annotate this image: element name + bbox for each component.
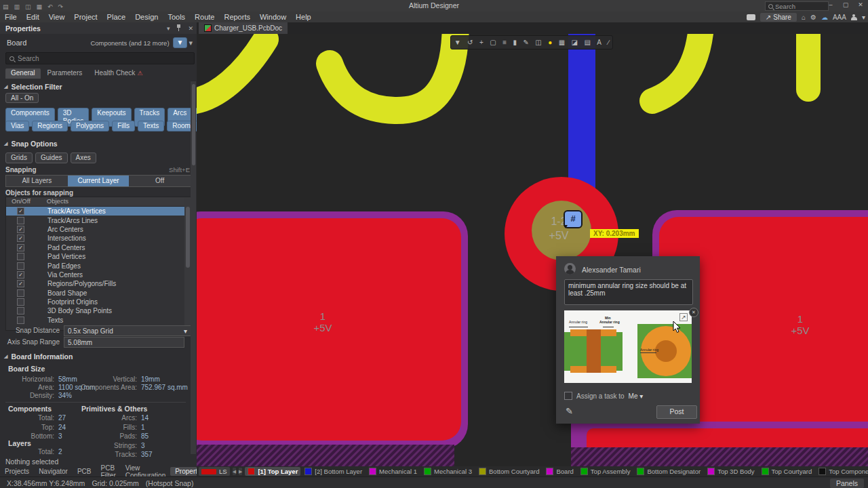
pcb-canvas[interactable]: 1+5V 1+5V 1-2+5V # XY: 0.203mm ▼↺+▢≡▮✎◫●… xyxy=(197,34,868,466)
selection-filter-button[interactable]: Fills xyxy=(112,121,135,131)
menu-item[interactable]: Design xyxy=(130,13,163,21)
panel-tab[interactable]: Health Check⚠ xyxy=(89,68,148,79)
snap-distance-select[interactable]: 0.5x Snap Grid▾ xyxy=(64,325,191,336)
snap-object-row[interactable]: Arc Centers xyxy=(6,225,191,234)
snap-toggle-button[interactable]: Axes xyxy=(71,152,96,163)
layer-scroll-right[interactable]: ▶ xyxy=(239,468,242,475)
close-button[interactable]: ✕ xyxy=(853,0,868,9)
row-checkbox[interactable] xyxy=(17,217,24,224)
maximize-button[interactable]: ▢ xyxy=(838,0,853,9)
panel-dropdown-icon[interactable]: ▾ xyxy=(163,25,174,32)
snap-toggle-button[interactable]: Grids xyxy=(5,152,33,163)
snapshot-icon[interactable]: ▦ xyxy=(559,39,565,46)
line-icon[interactable]: ∕ xyxy=(608,39,609,46)
document-tab[interactable]: Charger_USB.PcbDoc xyxy=(199,22,288,34)
yellow-trace-right-hook[interactable] xyxy=(652,34,701,101)
expand-image-icon[interactable]: ↗ xyxy=(679,313,688,321)
highlight-icon[interactable]: ● xyxy=(548,39,552,46)
home-icon[interactable]: ⌂ xyxy=(802,14,806,21)
select-area-icon[interactable]: ▢ xyxy=(490,39,496,46)
snap-object-row[interactable]: Footprint Origins xyxy=(6,298,191,306)
snap-object-row[interactable]: Texts xyxy=(6,316,191,325)
remove-attachment-icon[interactable]: ✕ xyxy=(689,308,698,317)
layer-tab[interactable]: Mechanical 3 xyxy=(421,467,475,476)
comment-text-input[interactable]: minimum annular ring size should be at l… xyxy=(564,279,693,305)
hatched-region-right[interactable] xyxy=(571,447,868,466)
snap-object-row[interactable]: 3D Body Snap Points xyxy=(6,306,191,315)
menu-item[interactable]: Reports xyxy=(219,13,255,21)
snap-object-row[interactable]: Regions/Polygons/Fills xyxy=(6,279,191,288)
snap-toggle-button[interactable]: Guides xyxy=(35,152,68,163)
board-information-header[interactable]: ◢Board Information xyxy=(4,352,73,361)
row-checkbox[interactable] xyxy=(17,317,24,324)
menu-item[interactable]: Tools xyxy=(163,13,190,21)
layer-tab[interactable]: [2] Bottom Layer xyxy=(302,467,365,476)
menu-item[interactable]: Route xyxy=(190,13,219,21)
panel-search-input[interactable]: Search xyxy=(5,52,195,64)
snap-object-row[interactable]: Track/Arcs Lines xyxy=(6,216,191,224)
row-checkbox[interactable] xyxy=(17,289,24,297)
select-touching-icon[interactable]: ◪ xyxy=(572,39,578,46)
filter-dropdown-icon[interactable]: ▾ xyxy=(189,39,197,47)
text-size-control[interactable]: AAA xyxy=(833,14,846,21)
layer-tab[interactable]: Top Courtyard xyxy=(759,467,815,476)
layer-tab[interactable]: Top Component Center xyxy=(816,467,868,476)
yellow-trace-left[interactable] xyxy=(197,39,266,102)
object-filter-button[interactable]: ▼ xyxy=(173,37,188,48)
row-checkbox[interactable] xyxy=(17,235,24,242)
measure-icon[interactable]: ✎ xyxy=(523,39,528,46)
snapping-mode-option[interactable]: Current Layer xyxy=(68,176,130,186)
yellow-trace-middle[interactable] xyxy=(330,34,456,110)
filter-icon[interactable]: ▼ xyxy=(454,39,461,46)
settings-gear-icon[interactable]: ⚙ xyxy=(810,14,816,21)
minimize-button[interactable]: – xyxy=(823,0,838,9)
grid-icon[interactable]: ▤ xyxy=(584,39,590,46)
user-dropdown-icon[interactable]: ▾ xyxy=(862,14,865,21)
menu-item[interactable]: Window xyxy=(255,13,291,21)
menu-item[interactable]: Edit xyxy=(22,13,44,21)
snap-object-row[interactable]: Pad Vertices xyxy=(6,252,191,261)
layer-tab[interactable]: Bottom Courtyard xyxy=(476,467,542,476)
menu-item[interactable]: Help xyxy=(291,13,316,21)
panel-pin-icon[interactable] xyxy=(173,24,184,33)
assign-task-checkbox[interactable] xyxy=(564,392,572,400)
comment-marker-icon[interactable]: # xyxy=(564,210,583,228)
layer-tab[interactable]: Mechanical 1 xyxy=(366,467,420,476)
panel-tab[interactable]: General xyxy=(5,68,41,79)
comments-icon[interactable] xyxy=(747,14,755,20)
fill-icon[interactable]: ▮ xyxy=(513,39,517,46)
menu-item[interactable]: File xyxy=(0,13,22,21)
text-icon[interactable]: A xyxy=(597,39,601,46)
snapping-mode-option[interactable]: All Layers xyxy=(6,176,68,186)
layer-scroll-left[interactable]: ◀ xyxy=(233,468,236,475)
menu-item[interactable]: Project xyxy=(69,13,102,21)
snap-object-row[interactable]: Pad Centers xyxy=(6,243,191,252)
snap-object-row[interactable]: Via Centers xyxy=(6,270,191,279)
row-checkbox[interactable] xyxy=(17,280,24,287)
user-account-icon[interactable] xyxy=(851,14,857,20)
row-checkbox[interactable] xyxy=(17,244,24,251)
row-checkbox[interactable] xyxy=(17,298,24,306)
lasso-select-icon[interactable]: ↺ xyxy=(467,39,473,46)
mask-icon[interactable]: ◫ xyxy=(535,39,541,46)
move-icon[interactable]: + xyxy=(479,39,484,46)
row-checkbox[interactable] xyxy=(17,253,24,260)
layer-tab[interactable]: Top 3D Body xyxy=(705,467,757,476)
panel-bottom-tab[interactable]: PCB xyxy=(73,467,96,476)
selection-filter-button[interactable]: Regions xyxy=(32,121,68,131)
layer-tab[interactable]: Board xyxy=(543,467,576,476)
axis-snap-range-input[interactable]: 5.08mm xyxy=(64,337,184,348)
selection-filter-all-button[interactable]: All - On xyxy=(5,93,39,103)
menu-item[interactable]: View xyxy=(44,13,70,21)
edit-pencil-icon[interactable]: ✎ xyxy=(566,406,573,416)
share-button[interactable]: ↗Share xyxy=(760,13,797,22)
row-checkbox[interactable] xyxy=(17,226,24,233)
row-checkbox[interactable] xyxy=(17,207,24,215)
global-search-input[interactable]: Search xyxy=(765,1,829,11)
layer-tab[interactable]: Top Assembly xyxy=(578,467,633,476)
cloud-icon[interactable]: ☁ xyxy=(821,14,828,21)
snap-options-header[interactable]: ◢Snap Options xyxy=(4,140,58,148)
panels-button[interactable]: Panels xyxy=(830,479,864,488)
assignee-select[interactable]: Me ▾ xyxy=(629,392,644,400)
row-checkbox[interactable] xyxy=(17,262,24,270)
